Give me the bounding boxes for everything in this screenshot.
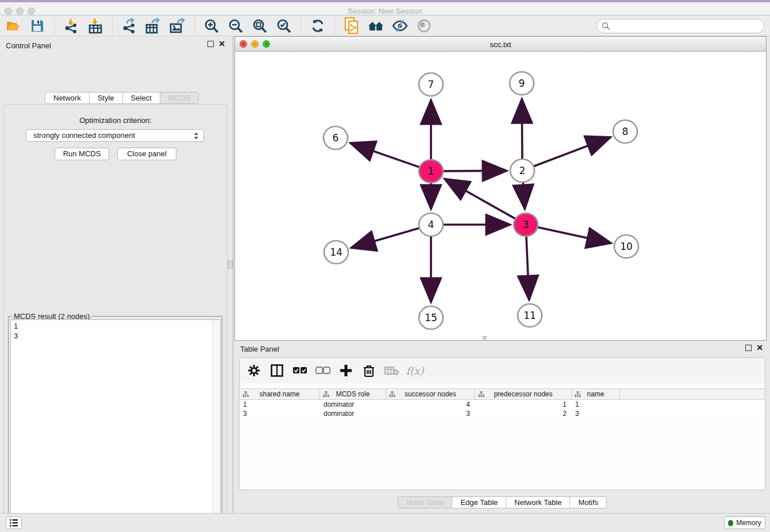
network-graph[interactable]: 7968124314101511 (235, 52, 766, 340)
node-table-header[interactable]: shared nameMCDS rolesuccessor nodesprede… (240, 388, 765, 400)
table-cell[interactable]: 3 (240, 409, 320, 418)
sitemap-icon (323, 391, 329, 398)
graph-edge-2-8[interactable] (530, 137, 611, 168)
zoom-in-icon[interactable] (203, 18, 220, 34)
table-cell[interactable]: 2 (475, 409, 572, 418)
table-cell[interactable]: 1 (572, 400, 620, 409)
column-header-shared-name[interactable]: shared name (240, 389, 320, 399)
graph-edge-3-1[interactable] (445, 179, 519, 221)
node-table[interactable]: shared nameMCDS rolesuccessor nodesprede… (240, 388, 765, 418)
graph-edge-1-2[interactable] (439, 171, 507, 171)
import-table-icon[interactable] (87, 18, 104, 34)
hide-selected-icon[interactable] (391, 18, 409, 34)
zoom-out-icon[interactable] (227, 18, 244, 34)
table-cell[interactable]: dominator (320, 400, 386, 409)
tab-motifs[interactable]: Motifs (570, 496, 607, 508)
node-table-container: f(x) shared nameMCDS rolesuccessor nodes… (239, 357, 765, 490)
table-cell[interactable]: 3 (572, 409, 620, 418)
table-panel: Table Panel ✕ (234, 342, 770, 513)
table-row[interactable]: 1dominator411 (240, 400, 765, 409)
criterion-select[interactable]: strongly connected component (26, 129, 204, 142)
network-canvas[interactable]: 7968124314101511 (235, 52, 766, 340)
float-panel-icon[interactable] (207, 41, 214, 47)
first-neighbors-icon[interactable] (367, 18, 384, 34)
tab-mcds[interactable]: MCDS (160, 92, 199, 104)
table-cell[interactable]: 1 (240, 400, 320, 409)
toggle-panes-icon[interactable] (270, 363, 284, 378)
developers-log-button[interactable] (6, 516, 22, 529)
graph-node-8[interactable]: 8 (613, 120, 637, 143)
toolbar-search[interactable] (596, 19, 764, 33)
delete-columns-icon[interactable] (361, 363, 376, 378)
tab-network-table[interactable]: Network Table (506, 496, 570, 508)
graph-edge-4-14[interactable] (351, 227, 424, 248)
result-scrollbar[interactable] (213, 320, 220, 532)
column-header-predecessor-nodes[interactable]: predecessor nodes (475, 389, 572, 399)
column-header-MCDS-role[interactable]: MCDS role (320, 389, 386, 399)
graph-edge-1-6[interactable] (350, 143, 423, 168)
table-cell[interactable]: 3 (386, 409, 475, 418)
graph-edge-3-10[interactable] (534, 226, 611, 243)
svg-text:14: 14 (330, 246, 342, 258)
run-mcds-button[interactable]: Run MCDS (55, 148, 109, 160)
select-all-icon[interactable] (292, 363, 307, 378)
table-options-icon[interactable] (247, 363, 261, 378)
svg-text:15: 15 (425, 312, 437, 323)
zoom-fit-icon[interactable] (251, 18, 268, 34)
deselect-all-icon[interactable] (315, 363, 330, 378)
mcds-result-text[interactable]: 13 (10, 319, 221, 532)
splitter-grip[interactable] (228, 260, 233, 269)
app-titlebar: Session: New Session (0, 0, 770, 16)
graph-edge-2-3[interactable] (523, 179, 525, 209)
export-network-icon[interactable] (121, 18, 138, 34)
show-all-icon (415, 18, 433, 34)
graph-node-15[interactable]: 15 (419, 306, 443, 329)
table-cell[interactable]: 1 (475, 400, 572, 409)
tab-network[interactable]: Network (45, 92, 90, 104)
window-resize-handle[interactable] (483, 336, 487, 340)
tab-edge-table[interactable]: Edge Table (452, 496, 506, 508)
network-view-window: × − + scc.txt 7968124314101511 (234, 36, 767, 341)
memory-status-icon (728, 520, 733, 526)
graph-edge-3-11[interactable] (526, 233, 529, 300)
create-column-icon[interactable] (338, 363, 353, 378)
save-session-icon[interactable] (29, 18, 46, 34)
graph-node-11[interactable]: 11 (518, 304, 542, 327)
close-panel-icon[interactable]: ✕ (218, 41, 225, 47)
close-panel-button[interactable]: Close panel (117, 148, 176, 160)
graph-node-7[interactable]: 7 (419, 73, 443, 96)
graph-node-3[interactable]: 3 (514, 213, 538, 236)
graph-node-2[interactable]: 2 (510, 159, 534, 182)
table-toolbar: f(x) (240, 358, 765, 383)
graph-node-1[interactable]: 1 (419, 160, 443, 183)
column-header-name[interactable]: name (572, 389, 620, 399)
svg-text:2: 2 (519, 165, 526, 176)
network-window-titlebar[interactable]: × − + scc.txt (235, 37, 766, 52)
vertical-splitter[interactable] (233, 36, 233, 513)
toolbar-separator (54, 17, 55, 34)
graph-node-9[interactable]: 9 (510, 72, 534, 95)
graph-node-10[interactable]: 10 (614, 235, 638, 258)
open-session-icon[interactable] (5, 18, 22, 34)
tab-style[interactable]: Style (90, 92, 123, 104)
table-cell[interactable]: 4 (386, 400, 475, 409)
table-close-icon[interactable]: ✕ (756, 345, 763, 351)
graph-node-6[interactable]: 6 (324, 126, 348, 149)
import-network-icon[interactable] (63, 18, 80, 34)
tab-node-table[interactable]: Node Table (398, 496, 453, 508)
export-image-icon[interactable] (169, 18, 186, 34)
tab-select[interactable]: Select (123, 92, 160, 104)
column-header-successor-nodes[interactable]: successor nodes (386, 389, 475, 399)
table-row[interactable]: 3dominator323 (240, 409, 765, 418)
graph-edge-2-9[interactable] (522, 99, 522, 163)
zoom-selected-icon[interactable] (275, 18, 292, 34)
clone-network-icon[interactable] (343, 18, 360, 34)
refresh-view-icon[interactable] (309, 18, 326, 34)
export-table-icon[interactable] (145, 18, 162, 34)
graph-node-14[interactable]: 14 (324, 241, 348, 264)
graph-node-4[interactable]: 4 (419, 213, 443, 236)
memory-button[interactable]: Memory (724, 516, 765, 529)
search-input[interactable] (614, 22, 764, 30)
table-cell[interactable]: dominator (320, 409, 386, 418)
table-float-icon[interactable] (745, 345, 752, 351)
